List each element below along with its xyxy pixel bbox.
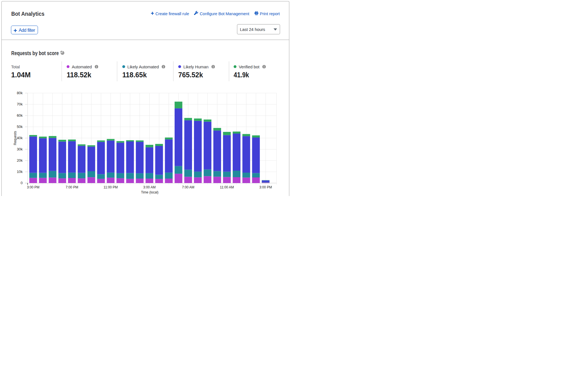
svg-text:70k: 70k [17,102,23,106]
svg-text:11:00 PM: 11:00 PM [103,185,118,189]
svg-text:Time (local): Time (local) [141,190,158,194]
svg-text:50k: 50k [17,125,23,129]
svg-text:40k: 40k [17,136,23,140]
svg-text:0: 0 [21,181,22,185]
svg-text:3:00 PM: 3:00 PM [27,185,40,189]
svg-text:3:00 AM: 3:00 AM [143,185,155,189]
svg-text:3:00 PM: 3:00 PM [259,185,272,189]
svg-text:80k: 80k [17,91,23,95]
svg-text:11:00 AM: 11:00 AM [220,185,234,189]
svg-text:60k: 60k [17,113,23,118]
svg-text:20k: 20k [17,158,23,163]
svg-text:7:00 PM: 7:00 PM [66,185,78,189]
svg-text:Requests: Requests [13,131,17,145]
svg-text:10k: 10k [17,170,23,174]
svg-text:7:00 AM: 7:00 AM [182,185,194,189]
svg-text:30k: 30k [17,147,23,151]
